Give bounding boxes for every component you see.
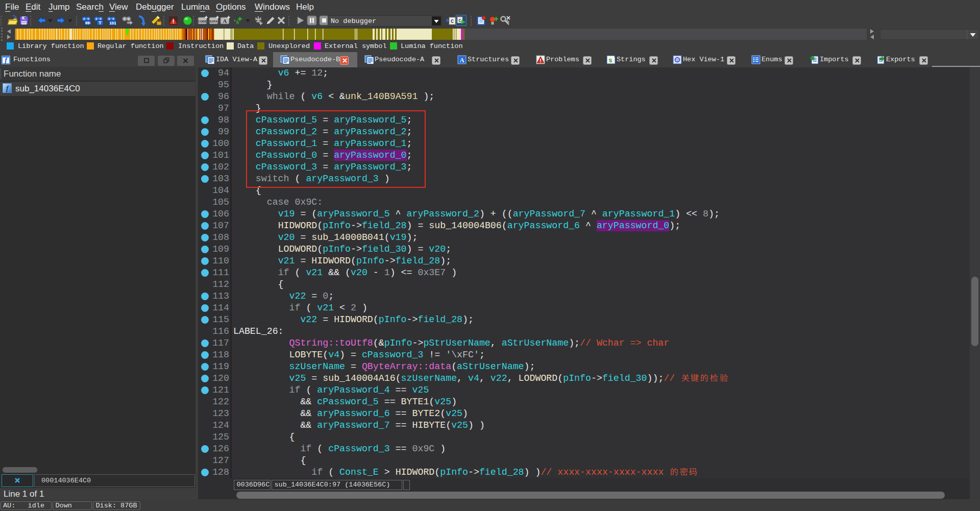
svg-text:101: 101 [109, 21, 116, 26]
svg-text:s: s [608, 57, 612, 64]
svg-text:DATA: DATA [210, 20, 218, 23]
svg-text:CODE: CODE [198, 20, 207, 23]
svg-text:T: T [99, 20, 102, 26]
svg-text:C: C [458, 18, 461, 23]
svg-text:': ' [614, 56, 616, 61]
svg-text:A: A [460, 57, 464, 64]
svg-text:A: A [223, 18, 227, 24]
svg-text:C: C [451, 19, 454, 25]
